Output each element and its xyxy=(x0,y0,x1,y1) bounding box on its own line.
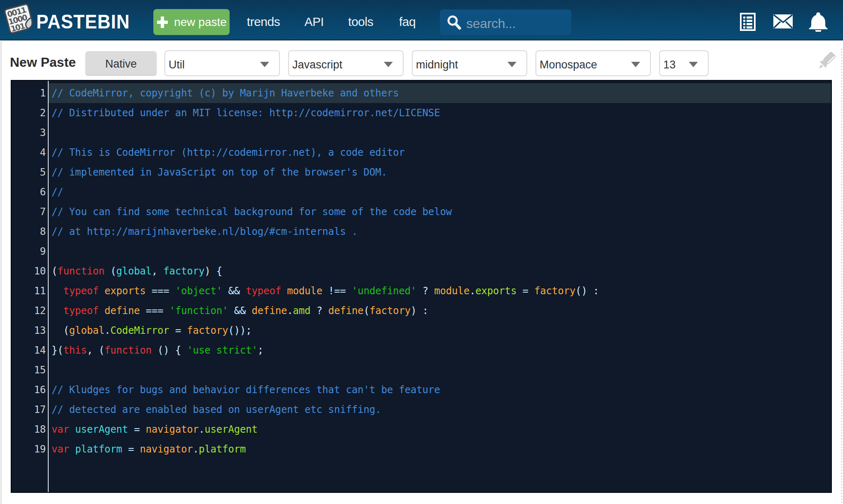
line-number: 4 xyxy=(12,143,46,162)
code-line[interactable]: 4// This is CodeMirror (http://codemirro… xyxy=(12,143,831,162)
chevron-down-icon xyxy=(507,62,517,67)
chevron-down-icon xyxy=(260,62,269,67)
resize-guide-line xyxy=(841,49,842,504)
code-text: }(this, (function () { 'use strict'; xyxy=(52,340,263,360)
syntax-select[interactable]: Javascript xyxy=(288,50,404,76)
line-number: 12 xyxy=(12,301,46,321)
line-number: 6 xyxy=(12,182,46,202)
line-number: 18 xyxy=(12,420,46,439)
line-number: 17 xyxy=(12,400,46,420)
code-text: (global.CodeMirror = factory()); xyxy=(52,321,252,340)
code-line[interactable]: 14}(this, (function () { 'use strict'; xyxy=(12,340,831,360)
select-value: Util xyxy=(165,59,185,71)
plus-icon xyxy=(156,16,169,29)
code-line[interactable]: 17// detected are enabled based on userA… xyxy=(12,400,831,420)
line-number: 10 xyxy=(12,261,46,281)
pastebin-page: 0011 1000 101 PASTEBIN new paste trends … xyxy=(0,0,843,504)
pastebin-logo-icon[interactable]: 0011 1000 101 xyxy=(1,0,37,39)
line-number: 3 xyxy=(12,123,46,143)
nav-faq[interactable]: faq xyxy=(399,0,416,40)
font-size-select[interactable]: 13 xyxy=(659,50,709,76)
native-button[interactable]: Native xyxy=(85,51,157,75)
page-title: New Paste xyxy=(10,41,76,81)
category-select[interactable]: Util xyxy=(164,50,280,76)
code-text: var userAgent = navigator.userAgent xyxy=(52,420,258,439)
paste-toolbar: New Paste Native Util Javascript midnigh… xyxy=(0,41,843,81)
nav-tools[interactable]: tools xyxy=(348,0,373,40)
code-text: // Distributed under an MIT license: htt… xyxy=(52,103,440,123)
line-number: 16 xyxy=(12,380,46,400)
line-number: 5 xyxy=(12,162,46,182)
line-number: 15 xyxy=(12,360,46,380)
my-pastes-icon[interactable] xyxy=(740,13,756,33)
code-line[interactable]: 2// Distributed under an MIT license: ht… xyxy=(12,103,831,123)
line-number: 13 xyxy=(12,321,46,340)
font-select[interactable]: Monospace xyxy=(535,50,651,76)
code-line[interactable]: 16// Kludges for bugs and behavior diffe… xyxy=(12,380,831,400)
code-line[interactable]: 10(function (global, factory) { xyxy=(12,261,831,281)
code-text: // You can find some technical backgroun… xyxy=(52,202,452,222)
code-line[interactable]: 13 (global.CodeMirror = factory()); xyxy=(12,321,831,340)
line-number: 7 xyxy=(12,202,46,222)
code-line[interactable]: 7// You can find some technical backgrou… xyxy=(12,202,831,222)
nav-api[interactable]: API xyxy=(305,0,324,40)
code-line[interactable]: 11 typeof exports === 'object' && typeof… xyxy=(12,281,831,301)
code-line[interactable]: 6// xyxy=(12,182,831,202)
select-value: 13 xyxy=(660,59,676,71)
line-number: 14 xyxy=(12,340,46,360)
code-text: var platform = navigator.platform xyxy=(52,439,246,459)
code-text: (function (global, factory) { xyxy=(52,261,222,281)
code-text: // Kludges for bugs and behavior differe… xyxy=(52,380,440,400)
line-number: 8 xyxy=(12,222,46,241)
line-number: 2 xyxy=(12,103,46,123)
code-line[interactable]: 19var platform = navigator.platform xyxy=(12,439,831,459)
chevron-down-icon xyxy=(384,62,393,67)
line-number: 9 xyxy=(12,241,46,261)
code-line[interactable]: 15 xyxy=(12,360,831,380)
code-text: typeof define === 'function' && define.a… xyxy=(52,301,428,321)
theme-select[interactable]: midnight xyxy=(412,50,527,76)
code-text: // at http://marijnhaverbeke.nl/blog/#cm… xyxy=(52,222,358,241)
code-line[interactable]: 12 typeof define === 'function' && defin… xyxy=(12,301,831,321)
chevron-down-icon xyxy=(631,62,640,67)
code-text: // xyxy=(52,182,63,202)
code-line[interactable]: 18var userAgent = navigator.userAgent xyxy=(12,420,831,439)
line-number: 11 xyxy=(12,281,46,301)
code-text: // implemented in JavaScript on top of t… xyxy=(52,162,387,182)
code-line[interactable]: 3 xyxy=(12,123,831,143)
code-line[interactable]: 1// CodeMirror, copyright (c) by Marijn … xyxy=(12,83,831,103)
page-left-margin xyxy=(0,41,2,504)
code-text: // detected are enabled based on userAge… xyxy=(52,400,381,420)
top-header: 0011 1000 101 PASTEBIN new paste trends … xyxy=(0,0,843,40)
code-line[interactable]: 9 xyxy=(12,241,831,261)
line-number: 19 xyxy=(12,439,46,459)
chevron-down-icon xyxy=(689,62,698,67)
code-editor[interactable]: 1// CodeMirror, copyright (c) by Marijn … xyxy=(11,80,832,493)
code-text: typeof exports === 'object' && typeof mo… xyxy=(52,281,599,301)
new-paste-label: new paste xyxy=(174,16,227,29)
notifications-bell-icon[interactable] xyxy=(809,12,828,33)
nav-trends[interactable]: trends xyxy=(247,0,280,40)
select-value: Monospace xyxy=(536,59,597,71)
code-line[interactable]: 8// at http://marijnhaverbeke.nl/blog/#c… xyxy=(12,222,831,241)
code-lines: 1// CodeMirror, copyright (c) by Marijn … xyxy=(12,83,831,459)
brand-title[interactable]: PASTEBIN xyxy=(36,13,130,30)
search-icon xyxy=(446,15,462,30)
new-paste-button[interactable]: new paste xyxy=(153,9,230,35)
search-input[interactable] xyxy=(465,9,568,35)
code-text: // CodeMirror, copyright (c) by Marijn H… xyxy=(52,83,399,103)
messages-icon[interactable] xyxy=(773,14,793,30)
code-text: // This is CodeMirror (http://codemirror… xyxy=(52,143,405,162)
code-line[interactable]: 5// implemented in JavaScript on top of … xyxy=(12,162,831,182)
select-value: Javascript xyxy=(289,59,343,71)
select-value: midnight xyxy=(413,59,458,71)
search-box xyxy=(440,9,571,35)
line-number: 1 xyxy=(12,83,46,103)
edit-marker-icon[interactable] xyxy=(817,52,836,73)
